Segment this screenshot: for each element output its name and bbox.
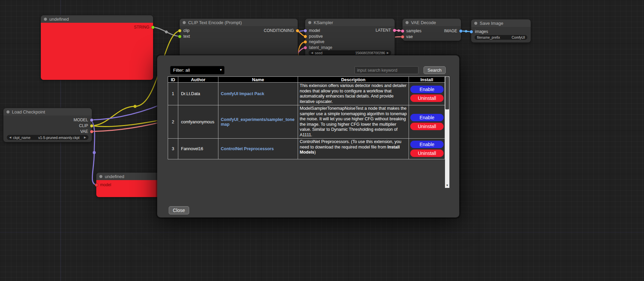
port-dot[interactable] (304, 40, 307, 43)
enable-button[interactable]: Enable (410, 86, 444, 93)
collapse-dot-icon[interactable] (406, 21, 409, 24)
table-header-row: ID Author Name Description Install (168, 77, 445, 83)
node-titlebar[interactable]: Save Image (471, 19, 531, 27)
extension-link[interactable]: ComfyUI Impact Pack (221, 91, 264, 96)
port-label: samples (406, 29, 422, 33)
node-title: undefined (105, 174, 124, 179)
port-dot[interactable] (90, 124, 93, 127)
output-slot-image[interactable]: IMAGE (444, 29, 462, 33)
filename-prefix-widget[interactable]: filename_prefix ComfyUI (475, 35, 527, 40)
port-dot[interactable] (296, 29, 299, 32)
output-slot-string[interactable]: STRING (134, 25, 154, 29)
enable-button[interactable]: Enable (410, 141, 444, 148)
collapse-dot-icon[interactable] (183, 21, 186, 24)
node-ksampler[interactable]: KSampler model positive negative latent_… (305, 19, 395, 58)
node-titlebar[interactable]: CLIP Text Encode (Prompt) (180, 19, 298, 26)
uninstall-button[interactable]: Uninstall (410, 150, 444, 157)
filter-select[interactable]: Filter: all (170, 66, 225, 74)
col-header-author: Author (178, 77, 218, 83)
scrollbar-down-arrow-icon[interactable]: ▼ (445, 183, 449, 188)
port-dot[interactable] (90, 130, 93, 133)
collapse-dot-icon[interactable] (44, 18, 47, 21)
close-button[interactable]: Close (169, 206, 189, 214)
decrement-arrow-icon[interactable]: ◀ (311, 51, 313, 54)
port-dot[interactable] (151, 26, 154, 29)
extension-link[interactable]: ComfyUI_experiments/sampler_tonemap (221, 117, 295, 127)
output-slot-latent[interactable]: LATENT (376, 28, 396, 32)
node-titlebar[interactable]: VAE Decode (402, 19, 461, 26)
input-slot-images[interactable]: images (470, 30, 488, 34)
node-title: KSampler (314, 20, 333, 25)
ckpt-name-widget[interactable]: ◀ ckpt_name v1-5-pruned-emaonly.ckpt ▶ (7, 135, 88, 140)
cell-description: ModelSamplerTonemapNoiseTest a node that… (298, 105, 409, 139)
port-dot[interactable] (304, 35, 307, 38)
table-scrollbar[interactable]: ▼ (445, 76, 449, 188)
enable-button[interactable]: Enable (410, 114, 444, 121)
description-text: This extension offers various detector n… (300, 83, 407, 104)
input-slot-text[interactable]: text (178, 34, 190, 38)
input-slot-clip[interactable]: clip (178, 29, 189, 33)
table-row: 3 Fannovel16 ControlNet Preprocessors Co… (168, 139, 445, 159)
search-button[interactable]: Search (424, 66, 446, 74)
input-slot-model[interactable]: model (304, 29, 320, 33)
node-save-image[interactable]: Save Image images filename_prefix ComfyU… (471, 19, 531, 42)
cell-install: Enable Uninstall (409, 139, 445, 159)
port-dot[interactable] (90, 119, 93, 122)
widget-value[interactable]: ComfyUI (512, 36, 525, 39)
description-text: ControlNet Preprocessors. (To use this e… (300, 139, 401, 150)
manager-dialog: Filter: all ▾ Search ID Author Name Desc… (157, 55, 459, 217)
port-label: text (183, 34, 190, 38)
port-dot[interactable] (304, 46, 307, 49)
collapse-dot-icon[interactable] (474, 22, 477, 25)
node-title: VAE Decode (411, 20, 436, 25)
description-text: ModelSamplerTonemapNoiseTest a node that… (300, 106, 407, 137)
output-slot-model[interactable]: MODEL (73, 118, 93, 122)
uninstall-button[interactable]: Uninstall (410, 94, 444, 102)
next-arrow-icon[interactable]: ▶ (84, 136, 86, 139)
prev-arrow-icon[interactable]: ◀ (9, 136, 11, 139)
widget-label: ckpt_name (13, 136, 30, 140)
output-slot-vae[interactable]: VAE (80, 129, 93, 134)
port-label: VAE (80, 129, 88, 134)
search-input[interactable] (354, 66, 418, 74)
port-dot[interactable] (459, 30, 462, 33)
port-label: model (100, 183, 111, 187)
widget-value[interactable]: 156680208700286 (355, 51, 385, 55)
seed-widget[interactable]: ◀ seed 156680208700286 ▶ (309, 50, 391, 55)
port-dot[interactable] (401, 30, 404, 33)
node-titlebar[interactable]: KSampler (305, 19, 395, 26)
uninstall-button[interactable]: Uninstall (410, 123, 444, 130)
node-vae-decode[interactable]: VAE Decode samples vae IMAGE (402, 19, 461, 41)
output-slot-conditioning[interactable]: CONDITIONING (264, 29, 299, 33)
port-label: STRING (134, 25, 149, 29)
input-slot-positive[interactable]: positive (304, 34, 323, 38)
port-dot[interactable] (178, 29, 181, 32)
port-dot[interactable] (393, 29, 396, 32)
collapse-dot-icon[interactable] (6, 110, 10, 113)
collapse-dot-icon[interactable] (308, 21, 311, 24)
col-header-name: Name (218, 77, 298, 83)
table-row: 1 Dr.Lt.Data ComfyUI Impact Pack This ex… (168, 83, 445, 105)
input-slot-model[interactable]: model (95, 183, 111, 187)
input-slot-latent-image[interactable]: latent_image (304, 46, 332, 50)
collapse-dot-icon[interactable] (99, 175, 102, 178)
node-load-checkpoint[interactable]: Load Checkpoint MODEL CLIP VAE ◀ ckpt_na… (3, 108, 92, 142)
port-dot[interactable] (304, 29, 307, 32)
scrollbar-thumb[interactable] (445, 77, 449, 109)
port-dot[interactable] (401, 35, 404, 38)
input-slot-negative[interactable]: negative (304, 40, 324, 44)
output-slot-clip[interactable]: CLIP (79, 124, 93, 128)
increment-arrow-icon[interactable]: ▶ (387, 51, 389, 54)
node-titlebar[interactable]: Load Checkpoint (3, 108, 92, 116)
node-title: Load Checkpoint (12, 109, 45, 115)
widget-value[interactable]: v1-5-pruned-emaonly.ckpt (38, 136, 80, 140)
comfyui-canvas[interactable]: undefined STRING CLIP Text Encode (Promp… (0, 0, 644, 281)
extension-link[interactable]: ControlNet Preprocessors (221, 146, 274, 151)
input-slot-vae[interactable]: vae (401, 35, 413, 39)
node-string-primitive[interactable]: undefined STRING (41, 15, 153, 80)
node-titlebar[interactable]: undefined (41, 15, 153, 23)
port-dot[interactable] (470, 30, 473, 33)
input-slot-samples[interactable]: samples (401, 29, 422, 33)
port-dot[interactable] (95, 183, 98, 187)
port-dot[interactable] (178, 35, 181, 38)
